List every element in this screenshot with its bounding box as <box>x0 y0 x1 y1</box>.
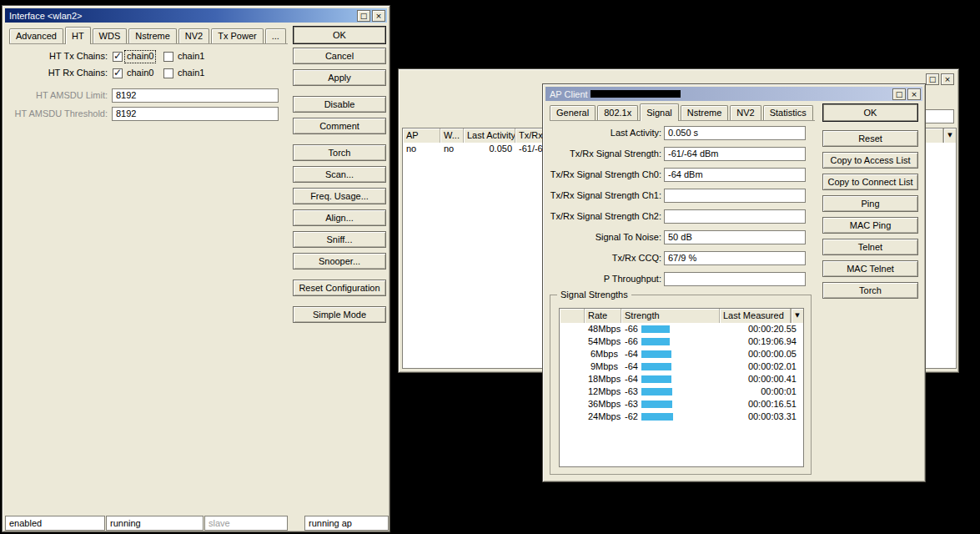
mac-ping-button[interactable]: MAC Ping <box>822 217 918 234</box>
signal-bar <box>641 325 670 333</box>
cancel-button[interactable]: Cancel <box>293 48 386 64</box>
signal-row[interactable]: 48Mbps -66 00:00:20.55 <box>560 323 803 335</box>
ht-amsdu-limit-field[interactable]: 8192 <box>112 88 279 103</box>
signal-row[interactable]: 12Mbps -63 00:00:01 <box>560 385 803 398</box>
simple-mode-button[interactable]: Simple Mode <box>293 306 386 323</box>
cell-last-measured: 00:00:00.41 <box>720 373 803 385</box>
txrx-strength-ch0-field[interactable]: -64 dBm <box>664 168 806 182</box>
signal-strengths-table[interactable]: Rate Strength Last Measured ▼ 48Mbps -66… <box>559 308 804 467</box>
tab-nv2[interactable]: NV2 <box>730 105 761 120</box>
rx-chain0-checkbox[interactable] <box>113 68 123 78</box>
tx-chain0-label[interactable]: chain0 <box>125 51 155 63</box>
close-icon[interactable]: × <box>372 10 385 22</box>
close-icon[interactable]: × <box>941 73 954 85</box>
tab-wds[interactable]: WDS <box>93 28 128 43</box>
interface-tabs: Advanced HT WDS Nstreme NV2 Tx Power ... <box>9 26 288 44</box>
signal-bar <box>641 350 671 358</box>
cell-last-measured: 00:19:06.94 <box>720 335 803 348</box>
signal-row[interactable]: 9Mbps -64 00:00:02.01 <box>560 360 803 373</box>
cell-wds: no <box>440 143 464 155</box>
tab-nstreme[interactable]: Nstreme <box>128 28 177 43</box>
reset-configuration-button[interactable]: Reset Configuration <box>293 280 386 296</box>
signal-row[interactable]: 36Mbps -63 00:00:16.51 <box>560 398 803 411</box>
column-header-strength[interactable]: Strength <box>621 309 720 323</box>
torch-button[interactable]: Torch <box>822 282 918 299</box>
cell-strength: -66 <box>621 335 720 348</box>
txrx-ccq-label: Tx/Rx CCQ: <box>546 251 661 265</box>
signal-row[interactable]: 6Mbps -64 00:00:00.05 <box>560 348 803 360</box>
txrx-signal-strength-field[interactable]: -61/-64 dBm <box>664 147 806 161</box>
ping-button[interactable]: Ping <box>822 195 918 212</box>
cell-rate: 12Mbps <box>585 385 621 398</box>
tab-advanced[interactable]: Advanced <box>9 28 63 43</box>
txrx-ccq-field[interactable]: 67/9 % <box>664 251 806 265</box>
ap-client-window[interactable]: AP Client □ × General 802.1x Signal Nstr… <box>542 83 926 482</box>
maximize-icon[interactable]: □ <box>892 88 906 100</box>
signal-row[interactable]: 54Mbps -66 00:19:06.94 <box>560 335 803 348</box>
reset-button[interactable]: Reset <box>822 130 918 147</box>
tab-tx-power[interactable]: Tx Power <box>211 28 263 43</box>
disable-button[interactable]: Disable <box>293 96 386 113</box>
mac-telnet-button[interactable]: MAC Telnet <box>822 260 918 277</box>
cell-last-measured: 00:00:00.05 <box>720 348 803 360</box>
tab-statistics[interactable]: Statistics <box>763 105 813 120</box>
apply-button[interactable]: Apply <box>293 69 386 86</box>
column-header-last-measured[interactable]: Last Measured <box>720 309 791 323</box>
tab-general[interactable]: General <box>550 105 596 120</box>
interface-titlebar[interactable]: Interface <wlan2> □ × <box>5 8 387 23</box>
txrx-signal-strength-label: Tx/Rx Signal Strength: <box>546 147 661 161</box>
cell-strength: -63 <box>621 398 720 411</box>
column-header-blank[interactable] <box>560 309 585 323</box>
p-throughput-field[interactable] <box>664 272 806 286</box>
maximize-icon[interactable]: □ <box>357 10 370 22</box>
signal-row[interactable]: 18Mbps -64 00:00:00.41 <box>560 373 803 385</box>
rx-chain0-label[interactable]: chain0 <box>125 68 155 79</box>
column-header-rate[interactable]: Rate <box>585 309 621 323</box>
rx-chain1-label[interactable]: chain1 <box>176 68 206 79</box>
copy-to-connect-list-button[interactable]: Copy to Connect List <box>822 174 918 190</box>
last-activity-field[interactable]: 0.050 s <box>664 126 806 140</box>
interface-window[interactable]: Interface <wlan2> □ × Advanced HT WDS Ns… <box>2 5 390 532</box>
column-select-icon[interactable]: ▼ <box>791 309 803 323</box>
column-header-last-activity[interactable]: Last Activity... <box>464 128 515 143</box>
ap-client-titlebar[interactable]: AP Client □ × <box>545 87 922 101</box>
tab-8021x[interactable]: 802.1x <box>597 105 638 120</box>
tab-nstreme[interactable]: Nstreme <box>681 105 729 120</box>
txrx-strength-ch2-field[interactable] <box>664 209 806 224</box>
status-running-ap: running ap <box>304 516 389 531</box>
close-icon[interactable]: × <box>907 88 921 100</box>
signal-to-noise-field[interactable]: 50 dB <box>664 230 806 244</box>
cell-strength: -64 <box>621 373 720 385</box>
ht-amsdu-limit-label: HT AMSDU Limit: <box>9 88 108 103</box>
txrx-strength-ch1-field[interactable] <box>664 189 806 203</box>
ok-button[interactable]: OK <box>822 103 918 122</box>
column-select-icon[interactable]: ▼ <box>943 128 956 143</box>
rx-chain1-checkbox[interactable] <box>163 68 173 78</box>
column-header-ap[interactable]: AP <box>403 128 440 143</box>
align-button[interactable]: Align... <box>293 209 386 226</box>
telnet-button[interactable]: Telnet <box>822 239 918 255</box>
signal-row[interactable]: 24Mbps -62 00:00:03.31 <box>560 411 803 423</box>
column-header-wds[interactable]: W... <box>440 128 464 143</box>
tx-chain1-label[interactable]: chain1 <box>176 51 206 63</box>
signal-strengths-group: Signal Strengths Rate Strength Last Meas… <box>550 295 812 475</box>
torch-button[interactable]: Torch <box>293 144 386 161</box>
copy-to-access-list-button[interactable]: Copy to Access List <box>822 152 918 169</box>
tab-ht[interactable]: HT <box>65 27 91 44</box>
tab-nv2[interactable]: NV2 <box>178 28 209 43</box>
freq-usage-button[interactable]: Freq. Usage... <box>293 188 386 204</box>
tx-chain1-checkbox[interactable] <box>163 52 173 62</box>
tab-more[interactable]: ... <box>265 28 286 43</box>
comment-button[interactable]: Comment <box>293 118 386 134</box>
snooper-button[interactable]: Snooper... <box>293 253 386 270</box>
maximize-icon[interactable]: □ <box>926 73 939 85</box>
ok-button[interactable]: OK <box>293 26 386 44</box>
sniff-button[interactable]: Sniff... <box>293 231 386 248</box>
ap-client-tabs: General 802.1x Signal Nstreme NV2 Statis… <box>550 103 815 121</box>
scan-button[interactable]: Scan... <box>293 166 386 183</box>
tab-signal[interactable]: Signal <box>640 103 679 121</box>
tx-chain0-checkbox[interactable] <box>113 52 123 62</box>
cell-strength: -66 <box>621 323 720 335</box>
cell-rate: 9Mbps <box>585 360 621 373</box>
ht-amsdu-threshold-field[interactable]: 8192 <box>112 107 279 121</box>
